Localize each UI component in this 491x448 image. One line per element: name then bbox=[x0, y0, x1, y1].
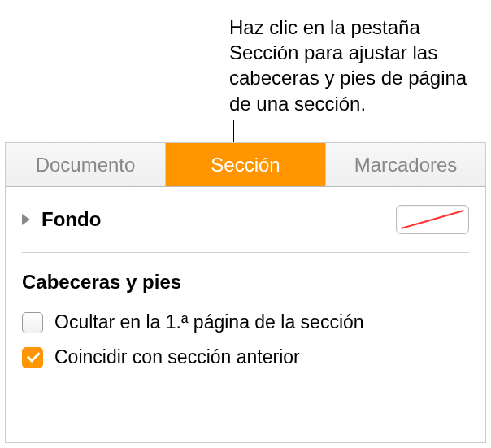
tab-bar: Documento Sección Marcadores bbox=[6, 143, 485, 187]
background-label: Fondo bbox=[41, 208, 396, 231]
callout-text: Haz clic en la pestaña Sección para ajus… bbox=[229, 15, 489, 116]
chevron-right-icon[interactable] bbox=[22, 214, 30, 225]
tab-section[interactable]: Sección bbox=[166, 143, 326, 186]
hide-first-page-label: Ocultar en la 1.ª página de la sección bbox=[54, 311, 364, 333]
inspector-content: Fondo Cabeceras y pies Ocultar en la 1.ª… bbox=[6, 187, 485, 375]
tab-document[interactable]: Documento bbox=[6, 143, 166, 186]
match-previous-checkbox[interactable] bbox=[22, 347, 43, 368]
match-previous-label: Coincidir con sección anterior bbox=[54, 346, 300, 368]
background-color-well[interactable] bbox=[396, 205, 469, 234]
headers-footers-title: Cabeceras y pies bbox=[22, 253, 469, 305]
match-previous-row[interactable]: Coincidir con sección anterior bbox=[22, 340, 469, 375]
hide-first-page-checkbox[interactable] bbox=[22, 312, 43, 333]
inspector-panel: Documento Sección Marcadores Fondo Cabec… bbox=[5, 142, 486, 443]
hide-first-page-row[interactable]: Ocultar en la 1.ª página de la sección bbox=[22, 305, 469, 340]
tab-bookmarks[interactable]: Marcadores bbox=[326, 143, 485, 186]
background-row: Fondo bbox=[22, 187, 469, 252]
